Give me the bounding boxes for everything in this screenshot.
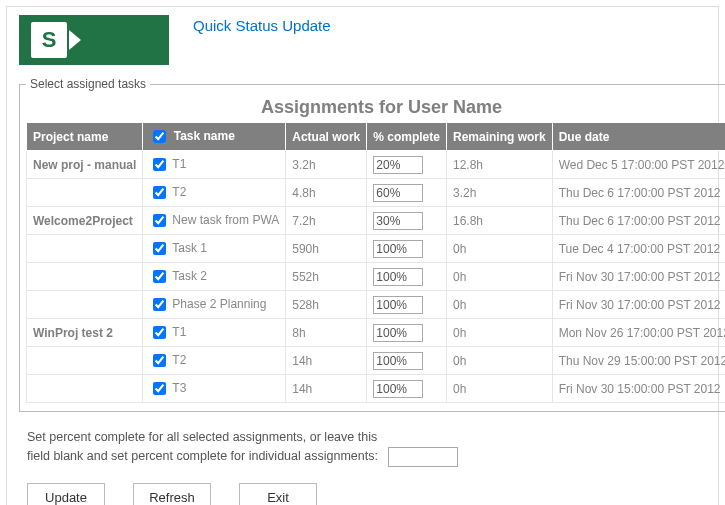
task-name-label: Task 2 (172, 269, 207, 283)
cell-project (27, 375, 143, 403)
cell-percent (367, 291, 447, 319)
cell-project: New proj - manual (27, 151, 143, 179)
table-row: T24.8h3.2hThu Dec 6 17:00:00 PST 2012 (27, 179, 726, 207)
cell-actual: 552h (286, 263, 367, 291)
cell-percent (367, 375, 447, 403)
exit-button[interactable]: Exit (239, 483, 317, 505)
cell-percent (367, 151, 447, 179)
cell-task: T1 (143, 319, 286, 347)
refresh-button[interactable]: Refresh (133, 483, 211, 505)
cell-project (27, 179, 143, 207)
cell-remaining: 0h (446, 375, 552, 403)
table-row: Phase 2 Planning528h0hFri Nov 30 17:00:0… (27, 291, 726, 319)
cell-actual: 14h (286, 347, 367, 375)
cell-project (27, 263, 143, 291)
cell-percent (367, 207, 447, 235)
row-checkbox[interactable] (153, 270, 166, 283)
page-title-link[interactable]: Quick Status Update (193, 17, 331, 34)
logo-arrow-icon (69, 30, 81, 50)
button-row: Update Refresh Exit (27, 483, 698, 505)
cell-due: Thu Nov 29 15:00:00 PST 2012 (552, 347, 725, 375)
task-name-label: T2 (172, 185, 186, 199)
assignments-table: Project name Task name Actual work % com… (26, 122, 725, 403)
col-header-task[interactable]: Task name (143, 123, 286, 151)
task-name-label: T1 (172, 157, 186, 171)
cell-due: Fri Nov 30 15:00:00 PST 2012 (552, 375, 725, 403)
cell-task: T3 (143, 375, 286, 403)
cell-actual: 590h (286, 235, 367, 263)
cell-task: T2 (143, 179, 286, 207)
cell-remaining: 16.8h (446, 207, 552, 235)
cell-remaining: 12.8h (446, 151, 552, 179)
cell-actual: 4.8h (286, 179, 367, 207)
bulk-percent-input[interactable] (388, 447, 458, 467)
row-checkbox[interactable] (153, 242, 166, 255)
col-header-due[interactable]: Due date (552, 123, 725, 151)
percent-input[interactable] (373, 184, 423, 202)
table-row: WinProj test 2T18h0hMon Nov 26 17:00:00 … (27, 319, 726, 347)
cell-remaining: 0h (446, 291, 552, 319)
cell-remaining: 3.2h (446, 179, 552, 207)
cell-due: Tue Dec 4 17:00:00 PST 2012 (552, 235, 725, 263)
page-frame: S Quick Status Update Select assigned ta… (6, 6, 719, 505)
row-checkbox[interactable] (153, 298, 166, 311)
percent-input[interactable] (373, 268, 423, 286)
table-row: T314h0hFri Nov 30 15:00:00 PST 2012 (27, 375, 726, 403)
table-row: Task 2552h0hFri Nov 30 17:00:00 PST 2012 (27, 263, 726, 291)
row-checkbox[interactable] (153, 354, 166, 367)
cell-project (27, 291, 143, 319)
row-checkbox[interactable] (153, 214, 166, 227)
task-name-label: T2 (172, 353, 186, 367)
percent-input[interactable] (373, 212, 423, 230)
cell-actual: 3.2h (286, 151, 367, 179)
footer-line1: Set percent complete for all selected as… (27, 428, 698, 447)
percent-input[interactable] (373, 240, 423, 258)
tasks-legend: Select assigned tasks (26, 77, 150, 91)
assignments-title: Assignments for User Name (26, 97, 725, 118)
task-name-label: Task 1 (172, 241, 207, 255)
col-header-task-label: Task name (174, 129, 235, 143)
update-button[interactable]: Update (27, 483, 105, 505)
sharepoint-logo-icon: S (31, 22, 67, 58)
percent-input[interactable] (373, 156, 423, 174)
logo-letter: S (42, 27, 57, 53)
cell-due: Fri Nov 30 17:00:00 PST 2012 (552, 263, 725, 291)
select-all-checkbox[interactable] (153, 130, 166, 143)
cell-due: Thu Dec 6 17:00:00 PST 2012 (552, 179, 725, 207)
row-checkbox[interactable] (153, 158, 166, 171)
cell-project: Welcome2Project (27, 207, 143, 235)
col-header-remaining[interactable]: Remaining work (446, 123, 552, 151)
cell-actual: 528h (286, 291, 367, 319)
cell-remaining: 0h (446, 319, 552, 347)
col-header-actual[interactable]: Actual work (286, 123, 367, 151)
sharepoint-logo: S (19, 15, 169, 65)
cell-actual: 7.2h (286, 207, 367, 235)
cell-project (27, 235, 143, 263)
header: S Quick Status Update (19, 15, 706, 65)
table-row: Welcome2ProjectNew task from PWA7.2h16.8… (27, 207, 726, 235)
footer-line2: field blank and set percent complete for… (27, 447, 378, 466)
tasks-fieldset: Select assigned tasks Assignments for Us… (19, 77, 725, 412)
row-checkbox[interactable] (153, 186, 166, 199)
cell-actual: 14h (286, 375, 367, 403)
task-name-label: T3 (172, 381, 186, 395)
col-header-project[interactable]: Project name (27, 123, 143, 151)
cell-due: Thu Dec 6 17:00:00 PST 2012 (552, 207, 725, 235)
cell-project (27, 347, 143, 375)
table-row: T214h0hThu Nov 29 15:00:00 PST 2012 (27, 347, 726, 375)
task-name-label: New task from PWA (172, 213, 279, 227)
cell-percent (367, 235, 447, 263)
cell-remaining: 0h (446, 347, 552, 375)
row-checkbox[interactable] (153, 382, 166, 395)
percent-input[interactable] (373, 296, 423, 314)
cell-task: New task from PWA (143, 207, 286, 235)
cell-task: Task 1 (143, 235, 286, 263)
row-checkbox[interactable] (153, 326, 166, 339)
cell-percent (367, 179, 447, 207)
percent-input[interactable] (373, 352, 423, 370)
task-name-label: Phase 2 Planning (172, 297, 266, 311)
percent-input[interactable] (373, 380, 423, 398)
percent-input[interactable] (373, 324, 423, 342)
col-header-percent[interactable]: % complete (367, 123, 447, 151)
cell-percent (367, 263, 447, 291)
